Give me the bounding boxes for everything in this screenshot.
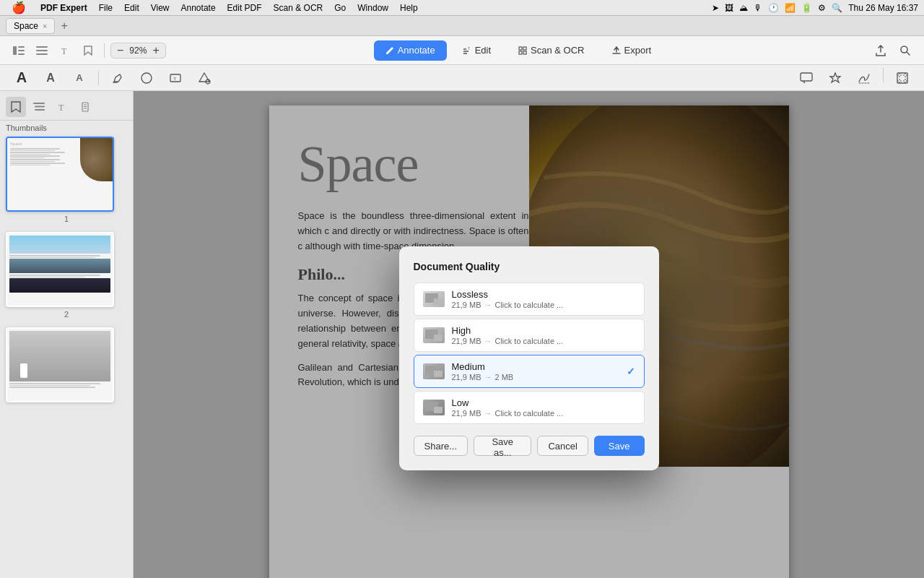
svg-rect-4 <box>36 46 48 48</box>
sidebar-outline-tab[interactable] <box>29 97 49 117</box>
document-tab[interactable]: Space × <box>6 18 55 34</box>
text-large-button[interactable]: A <box>12 68 32 88</box>
shape-button[interactable] <box>194 68 214 88</box>
clock-icon[interactable]: 🕐 <box>768 3 779 13</box>
export-tab-button[interactable]: Export <box>601 40 663 61</box>
quality-option-low[interactable]: Low 21,9 MB → Click to calculate ... <box>414 391 645 424</box>
sidebar-bookmark-tab[interactable] <box>6 97 26 117</box>
svg-rect-12 <box>519 47 522 50</box>
quality-option-medium[interactable]: Medium 21,9 MB → 2 MB ✓ <box>414 355 645 388</box>
scan-ocr-tab-button[interactable]: Scan & OCR <box>507 40 596 61</box>
search-icon[interactable]: 🔍 <box>832 3 842 13</box>
svg-rect-25 <box>897 73 907 83</box>
datetime: Thu 26 May 16:37 <box>848 3 918 13</box>
ann-separator-2 <box>883 68 884 82</box>
cancel-button[interactable]: Cancel <box>537 436 588 456</box>
thumb-planet-decoration <box>80 138 113 181</box>
menu-view[interactable]: View <box>145 1 175 14</box>
mountain-icon[interactable]: ⛰ <box>739 3 748 13</box>
thumbnail-page-2[interactable]: 2 <box>6 232 127 319</box>
menu-file[interactable]: File <box>93 1 118 14</box>
app-name[interactable]: PDF Expert <box>35 1 93 14</box>
high-name: High <box>452 325 635 336</box>
svg-rect-13 <box>523 47 526 50</box>
menu-edit[interactable]: Edit <box>118 1 145 14</box>
new-tab-button[interactable]: + <box>58 20 70 33</box>
menu-scan-ocr[interactable]: Scan & OCR <box>268 1 329 14</box>
modal-buttons: Share... Save as... Cancel Save <box>414 436 645 456</box>
menu-go[interactable]: Go <box>328 1 352 14</box>
sidebar: T Thumbnails Space <box>0 91 134 578</box>
mic-icon[interactable]: 🎙 <box>754 3 762 13</box>
svg-rect-14 <box>519 51 522 54</box>
svg-rect-1 <box>18 46 25 48</box>
apple-menu[interactable]: 🍎 <box>6 0 32 16</box>
text-medium-button[interactable]: A <box>40 68 61 88</box>
annotate-tab-button[interactable]: Annotate <box>374 40 447 61</box>
photo-icon[interactable]: 🖼 <box>725 3 733 13</box>
document-quality-modal: Document Quality Lossless 21,9 MB → Clic… <box>399 246 659 470</box>
medium-checkmark: ✓ <box>627 366 635 377</box>
svg-rect-6 <box>36 53 48 55</box>
sidebar-thumbnails[interactable]: Space <box>0 134 133 578</box>
medium-thumb <box>423 363 445 379</box>
highlighter-button[interactable] <box>108 68 128 88</box>
share-button[interactable]: Share... <box>414 436 468 456</box>
tab-label: Space <box>14 21 38 31</box>
menu-annotate[interactable]: Annotate <box>175 1 222 14</box>
tab-bar: Space × + <box>0 16 924 36</box>
zoom-value[interactable]: 92% <box>126 46 149 56</box>
stamp-button[interactable] <box>825 68 845 88</box>
text-box-button[interactable]: T <box>165 68 186 88</box>
zoom-out-button[interactable]: − <box>116 45 125 56</box>
sidebar-toggle-button[interactable] <box>9 40 29 61</box>
thumb-image-2 <box>7 233 113 306</box>
thumb-wrapper-1: Space <box>6 137 114 212</box>
pdf-page: Space Space is the boundless three-dimen… <box>269 105 789 578</box>
menu-window[interactable]: Window <box>352 1 394 14</box>
zoom-in-button[interactable]: + <box>151 45 160 56</box>
ann-separator-1 <box>98 71 99 85</box>
text-small-button[interactable]: A <box>69 68 90 88</box>
save-as-button[interactable]: Save as... <box>474 436 531 456</box>
eraser-button[interactable] <box>136 68 157 88</box>
main-toolbar: T − 92% + Annotate T <box>0 36 924 65</box>
menu-edit-pdf[interactable]: Edit PDF <box>222 1 268 14</box>
tab-close-button[interactable]: × <box>43 22 47 30</box>
share-button[interactable] <box>871 40 891 61</box>
quality-option-lossless[interactable]: Lossless 21,9 MB → Click to calculate ..… <box>414 282 645 316</box>
sidebar-attachment-tab[interactable] <box>75 97 95 117</box>
main-content: T Thumbnails Space <box>0 91 924 578</box>
edit-tab-button[interactable]: T Edit <box>451 40 502 61</box>
location-icon[interactable]: ➤ <box>712 3 719 13</box>
wifi-icon[interactable]: 📶 <box>785 3 796 13</box>
bookmark-button[interactable] <box>78 40 98 61</box>
svg-rect-3 <box>18 53 25 55</box>
menu-help[interactable]: Help <box>394 1 424 14</box>
save-button[interactable]: Save <box>594 436 645 456</box>
battery-icon[interactable]: 🔋 <box>801 3 812 13</box>
crop-button[interactable] <box>892 68 912 88</box>
text-select-button[interactable]: T <box>55 40 75 61</box>
search-doc-button[interactable] <box>895 40 915 61</box>
thumbnail-page-3[interactable] <box>6 327 127 402</box>
lossless-info: Lossless 21,9 MB → Click to calculate ..… <box>452 289 635 309</box>
quality-option-high[interactable]: High 21,9 MB → Click to calculate ... <box>414 319 645 352</box>
modal-overlay: Document Quality Lossless 21,9 MB → Clic… <box>269 105 789 578</box>
thumb-page-num-1: 1 <box>6 215 127 223</box>
comment-button[interactable] <box>796 68 816 88</box>
sidebar-section-label: Thumbnails <box>0 121 133 134</box>
thumbnail-page-1[interactable]: Space <box>6 137 127 223</box>
svg-point-19 <box>141 73 152 83</box>
medium-name: Medium <box>452 361 619 372</box>
svg-text:T: T <box>61 46 67 56</box>
outline-button[interactable] <box>32 40 52 61</box>
controlcenter-icon[interactable]: ⚙ <box>818 3 826 13</box>
svg-rect-5 <box>36 50 48 51</box>
pdf-viewer[interactable]: Space Space is the boundless three-dimen… <box>134 91 924 578</box>
low-info: Low 21,9 MB → Click to calculate ... <box>452 397 635 418</box>
lossless-thumb <box>423 291 445 307</box>
sidebar-text-tab[interactable]: T <box>52 97 72 117</box>
signature-button[interactable] <box>854 68 874 88</box>
svg-rect-15 <box>523 51 526 54</box>
